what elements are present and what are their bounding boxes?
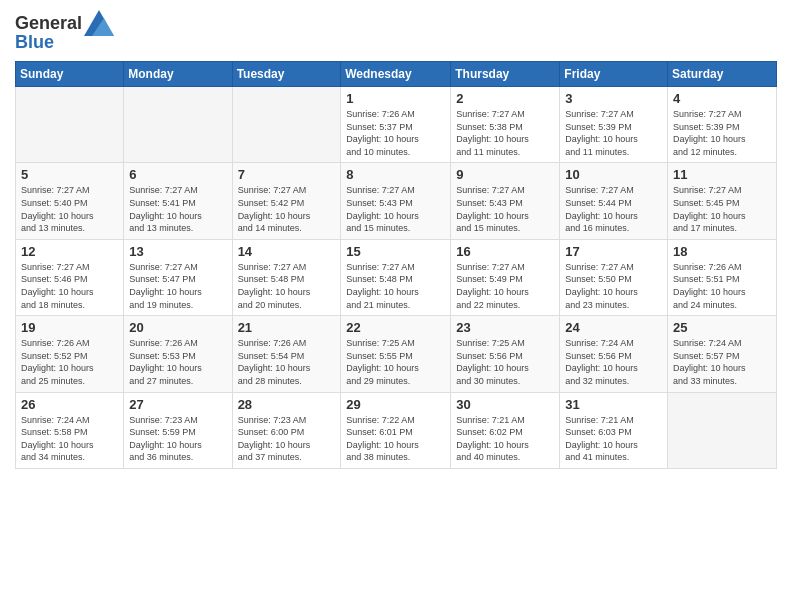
- table-row: 31Sunrise: 7:21 AM Sunset: 6:03 PM Dayli…: [560, 392, 668, 468]
- calendar-table: Sunday Monday Tuesday Wednesday Thursday…: [15, 61, 777, 469]
- header: General Blue: [15, 10, 777, 53]
- logo: General Blue: [15, 10, 114, 53]
- day-info: Sunrise: 7:27 AM Sunset: 5:39 PM Dayligh…: [673, 108, 771, 158]
- table-row: 13Sunrise: 7:27 AM Sunset: 5:47 PM Dayli…: [124, 239, 232, 315]
- table-row: 2Sunrise: 7:27 AM Sunset: 5:38 PM Daylig…: [451, 87, 560, 163]
- table-row: 18Sunrise: 7:26 AM Sunset: 5:51 PM Dayli…: [668, 239, 777, 315]
- day-number: 14: [238, 244, 336, 259]
- day-info: Sunrise: 7:26 AM Sunset: 5:54 PM Dayligh…: [238, 337, 336, 387]
- day-info: Sunrise: 7:27 AM Sunset: 5:42 PM Dayligh…: [238, 184, 336, 234]
- page: General Blue Sunday Monday Tuesday Wedne…: [0, 0, 792, 479]
- day-info: Sunrise: 7:23 AM Sunset: 6:00 PM Dayligh…: [238, 414, 336, 464]
- day-number: 7: [238, 167, 336, 182]
- day-info: Sunrise: 7:24 AM Sunset: 5:58 PM Dayligh…: [21, 414, 118, 464]
- table-row: 4Sunrise: 7:27 AM Sunset: 5:39 PM Daylig…: [668, 87, 777, 163]
- day-info: Sunrise: 7:26 AM Sunset: 5:53 PM Dayligh…: [129, 337, 226, 387]
- day-number: 13: [129, 244, 226, 259]
- day-info: Sunrise: 7:27 AM Sunset: 5:49 PM Dayligh…: [456, 261, 554, 311]
- calendar-week-row: 1Sunrise: 7:26 AM Sunset: 5:37 PM Daylig…: [16, 87, 777, 163]
- table-row: 1Sunrise: 7:26 AM Sunset: 5:37 PM Daylig…: [341, 87, 451, 163]
- table-row: 28Sunrise: 7:23 AM Sunset: 6:00 PM Dayli…: [232, 392, 341, 468]
- day-number: 1: [346, 91, 445, 106]
- calendar-week-row: 12Sunrise: 7:27 AM Sunset: 5:46 PM Dayli…: [16, 239, 777, 315]
- day-number: 17: [565, 244, 662, 259]
- day-number: 15: [346, 244, 445, 259]
- day-info: Sunrise: 7:26 AM Sunset: 5:52 PM Dayligh…: [21, 337, 118, 387]
- day-number: 21: [238, 320, 336, 335]
- table-row: 20Sunrise: 7:26 AM Sunset: 5:53 PM Dayli…: [124, 316, 232, 392]
- day-number: 31: [565, 397, 662, 412]
- day-number: 2: [456, 91, 554, 106]
- table-row: 12Sunrise: 7:27 AM Sunset: 5:46 PM Dayli…: [16, 239, 124, 315]
- day-info: Sunrise: 7:27 AM Sunset: 5:41 PM Dayligh…: [129, 184, 226, 234]
- calendar-header-row: Sunday Monday Tuesday Wednesday Thursday…: [16, 62, 777, 87]
- col-friday: Friday: [560, 62, 668, 87]
- logo-blue: Blue: [15, 32, 54, 53]
- day-info: Sunrise: 7:21 AM Sunset: 6:02 PM Dayligh…: [456, 414, 554, 464]
- table-row: 16Sunrise: 7:27 AM Sunset: 5:49 PM Dayli…: [451, 239, 560, 315]
- day-info: Sunrise: 7:26 AM Sunset: 5:51 PM Dayligh…: [673, 261, 771, 311]
- col-monday: Monday: [124, 62, 232, 87]
- table-row: 7Sunrise: 7:27 AM Sunset: 5:42 PM Daylig…: [232, 163, 341, 239]
- day-number: 24: [565, 320, 662, 335]
- calendar-week-row: 26Sunrise: 7:24 AM Sunset: 5:58 PM Dayli…: [16, 392, 777, 468]
- day-number: 25: [673, 320, 771, 335]
- day-number: 30: [456, 397, 554, 412]
- table-row: 25Sunrise: 7:24 AM Sunset: 5:57 PM Dayli…: [668, 316, 777, 392]
- logo-general: General: [15, 13, 82, 34]
- col-thursday: Thursday: [451, 62, 560, 87]
- day-number: 29: [346, 397, 445, 412]
- table-row: 5Sunrise: 7:27 AM Sunset: 5:40 PM Daylig…: [16, 163, 124, 239]
- day-info: Sunrise: 7:27 AM Sunset: 5:40 PM Dayligh…: [21, 184, 118, 234]
- table-row: 15Sunrise: 7:27 AM Sunset: 5:48 PM Dayli…: [341, 239, 451, 315]
- day-number: 11: [673, 167, 771, 182]
- day-info: Sunrise: 7:27 AM Sunset: 5:50 PM Dayligh…: [565, 261, 662, 311]
- day-number: 6: [129, 167, 226, 182]
- day-info: Sunrise: 7:27 AM Sunset: 5:45 PM Dayligh…: [673, 184, 771, 234]
- day-info: Sunrise: 7:25 AM Sunset: 5:56 PM Dayligh…: [456, 337, 554, 387]
- day-info: Sunrise: 7:26 AM Sunset: 5:37 PM Dayligh…: [346, 108, 445, 158]
- day-number: 16: [456, 244, 554, 259]
- col-sunday: Sunday: [16, 62, 124, 87]
- col-wednesday: Wednesday: [341, 62, 451, 87]
- day-number: 20: [129, 320, 226, 335]
- day-number: 3: [565, 91, 662, 106]
- calendar-week-row: 19Sunrise: 7:26 AM Sunset: 5:52 PM Dayli…: [16, 316, 777, 392]
- day-number: 18: [673, 244, 771, 259]
- day-number: 23: [456, 320, 554, 335]
- day-info: Sunrise: 7:27 AM Sunset: 5:47 PM Dayligh…: [129, 261, 226, 311]
- day-info: Sunrise: 7:22 AM Sunset: 6:01 PM Dayligh…: [346, 414, 445, 464]
- table-row: 22Sunrise: 7:25 AM Sunset: 5:55 PM Dayli…: [341, 316, 451, 392]
- table-row: 6Sunrise: 7:27 AM Sunset: 5:41 PM Daylig…: [124, 163, 232, 239]
- day-info: Sunrise: 7:27 AM Sunset: 5:43 PM Dayligh…: [456, 184, 554, 234]
- day-info: Sunrise: 7:27 AM Sunset: 5:44 PM Dayligh…: [565, 184, 662, 234]
- day-info: Sunrise: 7:21 AM Sunset: 6:03 PM Dayligh…: [565, 414, 662, 464]
- day-number: 4: [673, 91, 771, 106]
- col-tuesday: Tuesday: [232, 62, 341, 87]
- day-info: Sunrise: 7:24 AM Sunset: 5:56 PM Dayligh…: [565, 337, 662, 387]
- day-number: 19: [21, 320, 118, 335]
- day-info: Sunrise: 7:27 AM Sunset: 5:46 PM Dayligh…: [21, 261, 118, 311]
- day-number: 26: [21, 397, 118, 412]
- col-saturday: Saturday: [668, 62, 777, 87]
- table-row: 29Sunrise: 7:22 AM Sunset: 6:01 PM Dayli…: [341, 392, 451, 468]
- table-row: 19Sunrise: 7:26 AM Sunset: 5:52 PM Dayli…: [16, 316, 124, 392]
- day-info: Sunrise: 7:27 AM Sunset: 5:38 PM Dayligh…: [456, 108, 554, 158]
- table-row: 27Sunrise: 7:23 AM Sunset: 5:59 PM Dayli…: [124, 392, 232, 468]
- table-row: [668, 392, 777, 468]
- table-row: [16, 87, 124, 163]
- day-info: Sunrise: 7:27 AM Sunset: 5:48 PM Dayligh…: [346, 261, 445, 311]
- table-row: 10Sunrise: 7:27 AM Sunset: 5:44 PM Dayli…: [560, 163, 668, 239]
- logo-icon: [84, 10, 114, 36]
- table-row: 21Sunrise: 7:26 AM Sunset: 5:54 PM Dayli…: [232, 316, 341, 392]
- day-info: Sunrise: 7:27 AM Sunset: 5:43 PM Dayligh…: [346, 184, 445, 234]
- day-info: Sunrise: 7:23 AM Sunset: 5:59 PM Dayligh…: [129, 414, 226, 464]
- day-number: 9: [456, 167, 554, 182]
- table-row: 3Sunrise: 7:27 AM Sunset: 5:39 PM Daylig…: [560, 87, 668, 163]
- day-number: 12: [21, 244, 118, 259]
- table-row: 30Sunrise: 7:21 AM Sunset: 6:02 PM Dayli…: [451, 392, 560, 468]
- table-row: 24Sunrise: 7:24 AM Sunset: 5:56 PM Dayli…: [560, 316, 668, 392]
- table-row: [124, 87, 232, 163]
- table-row: 17Sunrise: 7:27 AM Sunset: 5:50 PM Dayli…: [560, 239, 668, 315]
- table-row: [232, 87, 341, 163]
